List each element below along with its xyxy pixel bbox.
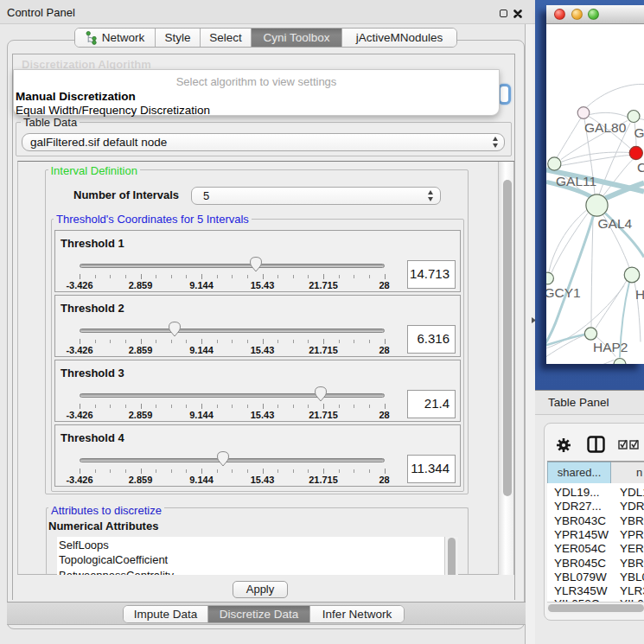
svg-text:GAL11: GAL11: [556, 174, 596, 188]
svg-text:GA: GA: [634, 125, 644, 140]
svg-text:HA: HA: [635, 287, 644, 302]
svg-text:GCY1: GCY1: [546, 285, 581, 300]
svg-text:GAL4: GAL4: [598, 216, 633, 231]
svg-text:HAP2: HAP2: [593, 340, 628, 354]
svg-text:GAL80: GAL80: [584, 120, 627, 135]
svg-text:C: C: [637, 160, 644, 175]
